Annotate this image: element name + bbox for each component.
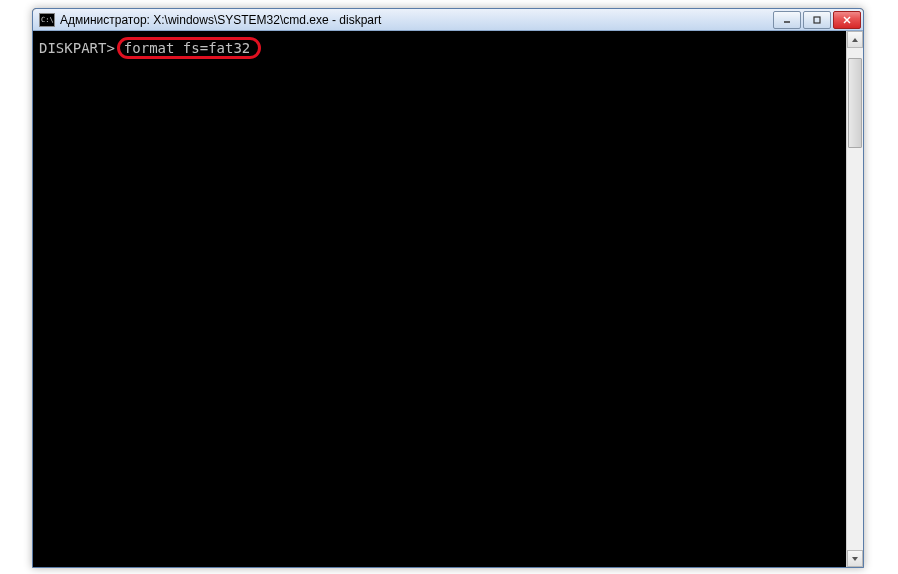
command-text: format fs=fat32 bbox=[124, 39, 250, 57]
console-content[interactable]: DISKPART> format fs=fat32 bbox=[33, 31, 846, 567]
vertical-scrollbar[interactable] bbox=[846, 31, 863, 567]
svg-marker-4 bbox=[852, 38, 858, 42]
minimize-button[interactable] bbox=[773, 11, 801, 29]
maximize-button[interactable] bbox=[803, 11, 831, 29]
scroll-up-button[interactable] bbox=[847, 31, 863, 48]
svg-rect-1 bbox=[814, 17, 820, 23]
cmd-window: Администратор: X:\windows\SYSTEM32\cmd.e… bbox=[32, 8, 864, 568]
diskpart-prompt: DISKPART> bbox=[39, 39, 115, 57]
prompt-line: DISKPART> format fs=fat32 bbox=[39, 37, 840, 59]
command-highlight: format fs=fat32 bbox=[117, 37, 261, 59]
cmd-icon bbox=[39, 13, 55, 27]
scroll-down-button[interactable] bbox=[847, 550, 863, 567]
close-button[interactable] bbox=[833, 11, 861, 29]
window-controls bbox=[773, 11, 861, 29]
scroll-track[interactable] bbox=[847, 48, 863, 550]
console-body: DISKPART> format fs=fat32 bbox=[33, 31, 863, 567]
svg-marker-5 bbox=[852, 557, 858, 561]
scroll-thumb[interactable] bbox=[848, 58, 862, 148]
titlebar[interactable]: Администратор: X:\windows\SYSTEM32\cmd.e… bbox=[33, 9, 863, 31]
window-title: Администратор: X:\windows\SYSTEM32\cmd.e… bbox=[60, 13, 773, 27]
